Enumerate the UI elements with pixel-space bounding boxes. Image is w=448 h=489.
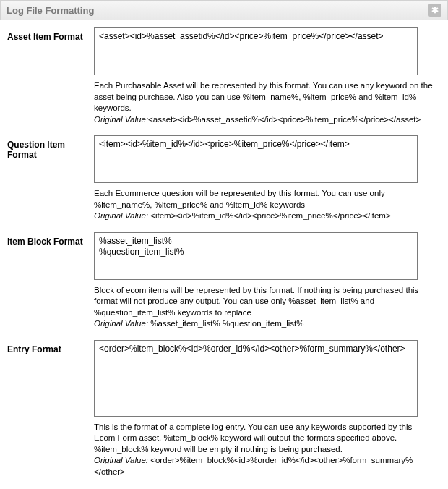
wildcard-icon[interactable]: ✱: [428, 4, 441, 17]
original-value-label: Original Value:: [94, 319, 148, 328]
entry-format-input[interactable]: [94, 340, 418, 417]
field-asset-item-format: Asset Item Format Each Purchasable Asset…: [7, 27, 441, 125]
help-description: This is the format of a complete log ent…: [94, 422, 412, 454]
asset-item-format-input[interactable]: [94, 27, 418, 75]
help-text: Each Purchasable Asset will be represent…: [94, 80, 434, 125]
field-content: Each Ecommerce question will be represen…: [94, 135, 441, 222]
help-text: This is the format of a complete log ent…: [94, 422, 434, 478]
question-item-format-input[interactable]: [94, 135, 418, 183]
field-label: Item Block Format: [7, 232, 94, 247]
help-description: Each Purchasable Asset will be represent…: [94, 81, 433, 112]
original-value: <asset><id>%asset_assetid%</id><price>%i…: [148, 115, 421, 124]
field-content: Block of ecom items will be represented …: [94, 232, 441, 330]
panel-header: Log File Formatting ✱: [0, 0, 448, 20]
original-value-label: Original Value:: [94, 211, 148, 220]
field-label: Asset Item Format: [7, 27, 94, 42]
field-content: Each Purchasable Asset will be represent…: [94, 27, 441, 125]
original-value: %asset_item_list% %question_item_list%: [148, 319, 303, 328]
field-content: This is the format of a complete log ent…: [94, 340, 441, 478]
item-block-format-input[interactable]: [94, 232, 418, 280]
help-text: Each Ecommerce question will be represen…: [94, 188, 434, 222]
field-question-item-format: Question Item Format Each Ecommerce ques…: [7, 135, 441, 222]
help-description: Block of ecom items will be represented …: [94, 286, 418, 317]
help-description: Each Ecommerce question will be represen…: [94, 189, 385, 209]
original-value-label: Original Value:: [94, 456, 148, 464]
field-entry-format: Entry Format This is the format of a com…: [7, 340, 441, 478]
field-label: Question Item Format: [7, 135, 94, 160]
panel-title: Log File Formatting: [7, 5, 94, 16]
help-text: Block of ecom items will be represented …: [94, 285, 434, 330]
field-item-block-format: Item Block Format Block of ecom items wi…: [7, 232, 441, 330]
field-label: Entry Format: [7, 340, 94, 354]
original-value: <item><id>%item_id%</id><price>%item_pri…: [148, 211, 391, 220]
original-value-label: Original Value:: [94, 115, 148, 124]
panel-body: Asset Item Format Each Purchasable Asset…: [0, 20, 448, 489]
